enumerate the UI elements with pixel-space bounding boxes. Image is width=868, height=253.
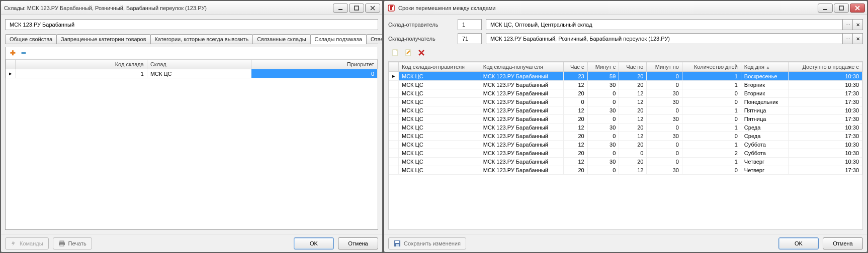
cell-to[interactable]: МСК 123.РУ Барабанный bbox=[480, 115, 563, 123]
cell-mpo[interactable]: 30 bbox=[647, 89, 682, 98]
save-button[interactable]: Сохранить изменения bbox=[388, 237, 466, 249]
new-icon[interactable] bbox=[391, 49, 399, 57]
cell-avail[interactable]: 17:30 bbox=[788, 166, 862, 175]
table-row[interactable]: МСК ЦСМСК 123.РУ Барабанный20012300Пятни… bbox=[389, 115, 862, 123]
col-header[interactable]: Количество дней bbox=[682, 62, 741, 72]
cell-hc[interactable]: 12 bbox=[564, 81, 587, 89]
cell-to[interactable]: МСК 123.РУ Барабанный bbox=[480, 132, 563, 141]
maximize-button[interactable] bbox=[349, 4, 364, 13]
cell-mpo[interactable]: 0 bbox=[647, 141, 682, 149]
minimize-button[interactable] bbox=[818, 4, 833, 13]
cell-day[interactable]: Воскресенье bbox=[741, 72, 788, 81]
table-row[interactable]: МСК ЦСМСК 123.РУ Барабанный0012300Понеде… bbox=[389, 98, 862, 106]
cell-from[interactable]: МСК ЦС bbox=[399, 132, 480, 141]
col-header[interactable]: Склад bbox=[147, 60, 251, 69]
cell-avail[interactable]: 17:30 bbox=[788, 115, 862, 123]
cell-days[interactable]: 2 bbox=[682, 149, 741, 158]
cell-hc[interactable]: 12 bbox=[564, 106, 587, 115]
sender-clear-button[interactable]: ✕ bbox=[853, 19, 863, 30]
remove-row-icon[interactable]: ━ bbox=[20, 49, 28, 57]
cell-to[interactable]: МСК 123.РУ Барабанный bbox=[480, 166, 563, 175]
cell-mc[interactable]: 59 bbox=[587, 72, 619, 81]
tab-5[interactable]: Ответствен bbox=[366, 34, 382, 44]
cell-days[interactable]: 0 bbox=[682, 132, 741, 141]
cell-day[interactable]: Понедельник bbox=[741, 98, 788, 106]
cell-day[interactable]: Вторник bbox=[741, 81, 788, 89]
cell-hpo[interactable]: 12 bbox=[619, 166, 647, 175]
cell-avail[interactable]: 10:30 bbox=[788, 149, 862, 158]
cell-hpo[interactable]: 20 bbox=[619, 106, 647, 115]
cell-to[interactable]: МСК 123.РУ Барабанный bbox=[480, 106, 563, 115]
receiver-name-field[interactable] bbox=[486, 33, 843, 44]
sender-name-field[interactable] bbox=[486, 19, 843, 30]
cell-mpo[interactable]: 0 bbox=[647, 81, 682, 89]
cell-hpo[interactable]: 12 bbox=[619, 98, 647, 106]
cell-day[interactable]: Вторник bbox=[741, 89, 788, 98]
cell-mc[interactable]: 30 bbox=[587, 123, 619, 132]
cancel-button[interactable]: Отмена bbox=[338, 237, 378, 249]
receiver-clear-button[interactable]: ✕ bbox=[853, 33, 863, 44]
suborder-grid[interactable]: Код складаСкладПриоритет▸1МСК ЦС0 bbox=[6, 59, 378, 229]
table-row[interactable]: МСК ЦСМСК 123.РУ Барабанный12302001Вторн… bbox=[389, 81, 862, 89]
cell-hpo[interactable]: 20 bbox=[619, 141, 647, 149]
cell-avail[interactable]: 17:30 bbox=[788, 89, 862, 98]
cell-mpo[interactable]: 30 bbox=[647, 166, 682, 175]
cell-mpo[interactable]: 30 bbox=[647, 132, 682, 141]
table-row[interactable]: МСК ЦСМСК 123.РУ Барабанный12302001Пятни… bbox=[389, 106, 862, 115]
cell-days[interactable]: 1 bbox=[682, 81, 741, 89]
warehouse-name-input[interactable] bbox=[9, 21, 375, 28]
col-header[interactable]: Доступно в продаже с bbox=[788, 62, 862, 72]
cell-hc[interactable]: 20 bbox=[564, 132, 587, 141]
cell-day[interactable]: Среда bbox=[741, 123, 788, 132]
cell-mpo[interactable]: 0 bbox=[647, 149, 682, 158]
col-header[interactable]: Код дня▲ bbox=[741, 62, 788, 72]
titlebar[interactable]: Сроки перемешения между складами bbox=[384, 1, 867, 15]
close-button[interactable] bbox=[850, 4, 865, 13]
cell-from[interactable]: МСК ЦС bbox=[399, 149, 480, 158]
table-row[interactable]: МСК ЦСМСК 123.РУ Барабанный20012300Среда… bbox=[389, 132, 862, 141]
cell-days[interactable]: 1 bbox=[682, 72, 741, 81]
cell-hpo[interactable]: 20 bbox=[619, 158, 647, 166]
cell-mc[interactable]: 30 bbox=[587, 158, 619, 166]
cell-days[interactable]: 1 bbox=[682, 123, 741, 132]
table-row[interactable]: ▸МСК ЦСМСК 123.РУ Барабанный23592001Воск… bbox=[389, 72, 862, 81]
cell-avail[interactable]: 10:30 bbox=[788, 123, 862, 132]
cell-day[interactable]: Среда bbox=[741, 132, 788, 141]
tab-1[interactable]: Запрещенные категории товаров bbox=[56, 34, 151, 44]
tab-3[interactable]: Связанные склады bbox=[252, 34, 310, 44]
add-row-icon[interactable]: ✚ bbox=[9, 49, 17, 57]
cell-mc[interactable]: 30 bbox=[587, 141, 619, 149]
cell-day[interactable]: Суббота bbox=[741, 149, 788, 158]
table-row[interactable]: МСК ЦСМСК 123.РУ Барабанный20012300Четве… bbox=[389, 166, 862, 175]
cell-hc[interactable]: 12 bbox=[564, 141, 587, 149]
cell-hc[interactable]: 0 bbox=[564, 98, 587, 106]
warehouse-name-field[interactable] bbox=[5, 19, 378, 30]
cell-days[interactable]: 0 bbox=[682, 98, 741, 106]
cell-hc[interactable]: 23 bbox=[564, 72, 587, 81]
col-header[interactable]: Час с bbox=[564, 62, 587, 72]
cell-from[interactable]: МСК ЦС bbox=[399, 72, 480, 81]
cell-mpo[interactable]: 0 bbox=[647, 106, 682, 115]
cell-to[interactable]: МСК 123.РУ Барабанный bbox=[480, 98, 563, 106]
cell-days[interactable]: 1 bbox=[682, 141, 741, 149]
col-header[interactable]: Минут с bbox=[587, 62, 619, 72]
cell-avail[interactable]: 10:30 bbox=[788, 81, 862, 89]
cell-mpo[interactable]: 0 bbox=[647, 72, 682, 81]
cell-mc[interactable]: 0 bbox=[587, 132, 619, 141]
cell-to[interactable]: МСК 123.РУ Барабанный bbox=[480, 141, 563, 149]
cell-mpo[interactable]: 0 bbox=[647, 123, 682, 132]
cell-hpo[interactable]: 20 bbox=[619, 81, 647, 89]
cell-days[interactable]: 1 bbox=[682, 106, 741, 115]
ok-button[interactable]: OK bbox=[778, 237, 819, 249]
cell-hpo[interactable]: 20 bbox=[619, 72, 647, 81]
titlebar[interactable]: Склады: МСК 123.РУ Барабанный, Розничный… bbox=[1, 1, 382, 15]
tab-0[interactable]: Общие свойства bbox=[5, 34, 57, 44]
cell-to[interactable]: МСК 123.РУ Барабанный bbox=[480, 72, 563, 81]
cell-hc[interactable]: 20 bbox=[564, 89, 587, 98]
cell-days[interactable]: 0 bbox=[682, 89, 741, 98]
cell-days[interactable]: 1 bbox=[682, 158, 741, 166]
cell-hpo[interactable]: 0 bbox=[619, 149, 647, 158]
col-header[interactable]: Час по bbox=[619, 62, 647, 72]
cell-from[interactable]: МСК ЦС bbox=[399, 98, 480, 106]
cell-to[interactable]: МСК 123.РУ Барабанный bbox=[480, 149, 563, 158]
